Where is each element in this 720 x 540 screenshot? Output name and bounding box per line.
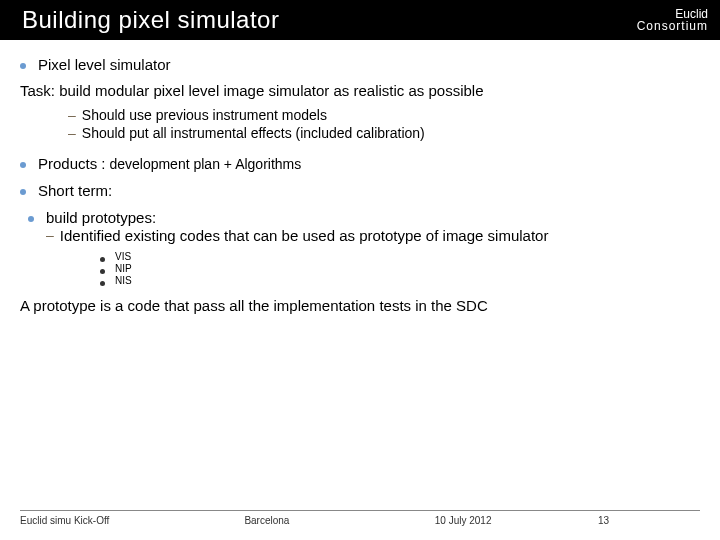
tiny-text: VIS xyxy=(115,251,131,262)
task-label: Task: xyxy=(20,82,55,99)
tiny-item: VIS xyxy=(100,251,700,262)
bullet-build-proto: build prototypes: – Identified existing … xyxy=(28,209,700,246)
small-dot-icon xyxy=(100,257,105,262)
dash-icon: – xyxy=(68,107,76,123)
proto-item-text: Identified existing codes that can be us… xyxy=(60,226,549,246)
products-label: Products : xyxy=(38,155,106,172)
org-line2: Consortium xyxy=(637,20,708,32)
bullet-dot-icon xyxy=(20,63,26,69)
build-proto-text: build prototypes: xyxy=(46,209,156,226)
bullet-dot-icon xyxy=(20,162,26,168)
task-sublist: – Should use previous instrument models … xyxy=(68,107,700,141)
bullet-text: Products : development plan + Algorithms xyxy=(38,155,301,172)
bullet-dot-icon xyxy=(20,189,26,195)
bullet-text: Pixel level simulator xyxy=(38,56,171,73)
bullet-pixel-level: Pixel level simulator xyxy=(20,56,700,73)
task-line: Task: build modular pixel level image si… xyxy=(20,81,700,101)
instrument-list: VIS NIP NIS xyxy=(100,251,700,286)
slide-content: Pixel level simulator Task: build modula… xyxy=(0,40,720,316)
tiny-item: NIP xyxy=(100,263,700,274)
task-text: build modular pixel level image simulato… xyxy=(55,82,484,99)
bullet-text: Short term: xyxy=(38,182,112,199)
title-bar: Building pixel simulator Euclid Consorti… xyxy=(0,0,720,40)
bullet-short-term: Short term: xyxy=(20,182,700,199)
bullet-products: Products : development plan + Algorithms xyxy=(20,155,700,172)
footer-center: Barcelona xyxy=(244,515,434,526)
sub-text: Should put all instrumental effects (inc… xyxy=(82,125,425,141)
tiny-text: NIP xyxy=(115,263,132,274)
slide-title: Building pixel simulator xyxy=(22,6,279,34)
small-dot-icon xyxy=(100,281,105,286)
dash-icon: – xyxy=(46,226,54,246)
footer-left: Euclid simu Kick-Off xyxy=(20,515,244,526)
small-dot-icon xyxy=(100,269,105,274)
proto-item: – Identified existing codes that can be … xyxy=(46,226,700,246)
tiny-item: NIS xyxy=(100,275,700,286)
footer-page: 13 xyxy=(598,515,700,526)
sub-item: – Should use previous instrument models xyxy=(68,107,700,123)
proto-sublist: – Identified existing codes that can be … xyxy=(46,226,700,246)
products-text: development plan + Algorithms xyxy=(106,156,302,172)
sub-item: – Should put all instrumental effects (i… xyxy=(68,125,700,141)
proto-block: build prototypes: – Identified existing … xyxy=(46,209,700,246)
footer-date: 10 July 2012 xyxy=(435,515,598,526)
bullet-dot-icon xyxy=(28,216,34,222)
slide-footer: Euclid simu Kick-Off Barcelona 10 July 2… xyxy=(20,510,700,526)
closing-text: A prototype is a code that pass all the … xyxy=(20,296,700,316)
tiny-text: NIS xyxy=(115,275,132,286)
sub-text: Should use previous instrument models xyxy=(82,107,327,123)
org-label: Euclid Consortium xyxy=(637,8,708,32)
dash-icon: – xyxy=(68,125,76,141)
